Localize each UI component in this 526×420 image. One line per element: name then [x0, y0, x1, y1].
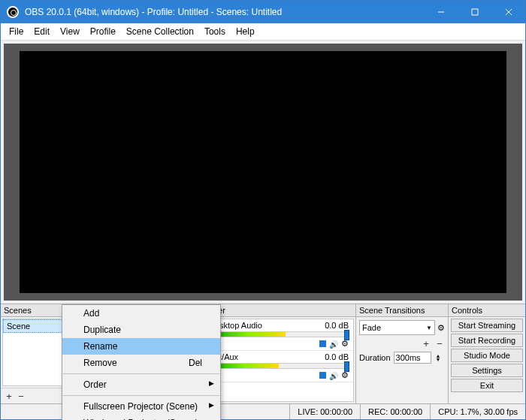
- window-title: OBS 20.0.1 (64bit, windows) - Profile: U…: [25, 7, 424, 17]
- minimize-button[interactable]: [424, 1, 458, 23]
- status-live: LIVE: 00:00:00: [289, 404, 360, 419]
- titlebar[interactable]: OBS 20.0.1 (64bit, windows) - Profile: U…: [1, 1, 525, 23]
- window-buttons: [424, 1, 525, 23]
- preview-area: [4, 44, 522, 301]
- menu-tools[interactable]: Tools: [199, 25, 231, 38]
- transition-add-button[interactable]: +: [421, 338, 431, 349]
- context-menu-separator: [63, 373, 219, 374]
- context-menu-shortcut: Del: [189, 358, 202, 368]
- menu-file[interactable]: File: [4, 25, 29, 38]
- close-button[interactable]: [491, 1, 525, 23]
- menu-edit[interactable]: Edit: [29, 25, 55, 38]
- mixer-channel-desktop-audio: Desktop Audio 0.0 dB: [204, 319, 353, 351]
- mixer-channel-mic-aux: Mic/Aux 0.0 dB: [204, 351, 353, 382]
- start-recording-button[interactable]: Start Recording: [451, 334, 523, 347]
- minimize-icon: [437, 8, 445, 16]
- context-menu-item-order[interactable]: Order▶: [62, 376, 220, 393]
- speaker-icon[interactable]: [329, 371, 338, 380]
- context-menu-item-add[interactable]: Add: [62, 305, 220, 322]
- status-rec: REC: 00:00:00: [360, 404, 430, 419]
- context-menu-item-duplicate[interactable]: Duplicate: [62, 322, 220, 338]
- context-menu-separator: [63, 395, 219, 396]
- svg-rect-1: [472, 9, 478, 15]
- submenu-arrow-icon: ▶: [209, 379, 214, 387]
- transition-duration-label: Duration: [359, 353, 391, 362]
- controls-panel: Controls Start Streaming Start Recording…: [449, 304, 525, 403]
- context-menu-item-remove[interactable]: RemoveDel: [62, 355, 220, 371]
- menu-scene-collection[interactable]: Scene Collection: [121, 25, 199, 38]
- transition-remove-button[interactable]: −: [434, 338, 445, 349]
- transitions-panel: Scene Transitions Fade ▼ + − Duration ▲▼: [356, 304, 449, 403]
- mixer-channel-level: 0.0 dB: [325, 321, 349, 330]
- obs-logo-icon: [7, 6, 19, 18]
- scene-add-button[interactable]: +: [4, 391, 14, 401]
- spinner-buttons[interactable]: ▲▼: [436, 354, 441, 361]
- maximize-icon: [471, 8, 479, 16]
- exit-button[interactable]: Exit: [451, 379, 523, 392]
- mixer-panel: Mixer Desktop Audio 0.0 dB: [202, 304, 356, 403]
- transitions-header: Scene Transitions: [356, 304, 448, 317]
- context-menu-item-windowed-projector-scene-[interactable]: Windowed Projector (Scene): [62, 415, 220, 420]
- menu-view[interactable]: View: [55, 25, 85, 38]
- preview-canvas[interactable]: [20, 51, 507, 292]
- transition-settings-button[interactable]: [437, 323, 445, 333]
- transition-selected-label: Fade: [362, 323, 381, 332]
- chevron-down-icon: ▼: [426, 325, 432, 331]
- menu-help[interactable]: Help: [231, 25, 260, 38]
- menu-profile[interactable]: Profile: [85, 25, 121, 38]
- maximize-button[interactable]: [458, 1, 491, 23]
- scene-context-menu: AddDuplicateRenameRemoveDelOrder▶Fullscr…: [62, 304, 221, 420]
- transition-select[interactable]: Fade ▼: [359, 320, 435, 335]
- mixer-header: Mixer: [202, 304, 355, 317]
- settings-button[interactable]: Settings: [451, 364, 523, 377]
- speaker-icon[interactable]: [329, 340, 338, 349]
- studio-mode-button[interactable]: Studio Mode: [451, 349, 523, 362]
- start-streaming-button[interactable]: Start Streaming: [451, 319, 523, 332]
- context-menu-item-rename[interactable]: Rename: [62, 338, 220, 355]
- context-menu-item-fullscreen-projector-scene-[interactable]: Fullscreen Projector (Scene)▶: [62, 398, 220, 415]
- transition-duration-input[interactable]: [394, 352, 431, 364]
- transitions-body: Fade ▼ + − Duration ▲▼: [356, 317, 448, 367]
- mixer-body: Desktop Audio 0.0 dB Mic/Aux 0.0 dB: [204, 319, 354, 402]
- mixer-mute-icon[interactable]: [319, 372, 326, 379]
- close-icon: [505, 8, 512, 16]
- controls-body: Start Streaming Start Recording Studio M…: [449, 317, 525, 393]
- controls-header: Controls: [449, 304, 525, 317]
- menubar: File Edit View Profile Scene Collection …: [1, 23, 525, 41]
- mixer-volume-slider[interactable]: [209, 331, 349, 337]
- submenu-arrow-icon: ▶: [209, 401, 214, 409]
- scene-remove-button[interactable]: −: [16, 391, 26, 401]
- status-cpu: CPU: 1.7%, 30.00 fps: [430, 404, 525, 419]
- mixer-channel-level: 0.0 dB: [325, 352, 349, 361]
- mixer-volume-slider[interactable]: [209, 363, 349, 369]
- mixer-mute-icon[interactable]: [319, 340, 326, 347]
